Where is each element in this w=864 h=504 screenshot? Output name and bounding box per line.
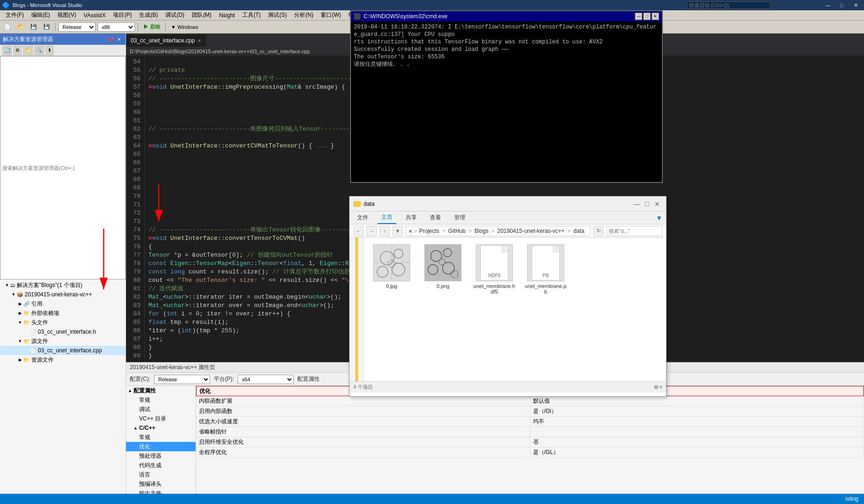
platform-select[interactable]: x64 x86 xyxy=(238,375,294,384)
menu-debug[interactable]: 调试(D) xyxy=(162,10,188,20)
tree-item-opt[interactable]: 优化 xyxy=(126,442,196,451)
config-combo[interactable]: Release Debug xyxy=(58,22,96,32)
solution-explorer-header: 解决方案资源管理器 📌 ✕ xyxy=(0,34,126,45)
tree-headers[interactable]: ▼ 📁 头文件 xyxy=(0,318,126,327)
title-bar: 🔷 Blogs - Microsoft Visual Studio — □ ✕ xyxy=(0,0,864,10)
prop-cell-inline-name: 内联函数扩展 xyxy=(196,396,530,406)
save-btn[interactable]: 💾 xyxy=(28,22,39,32)
panel-close-btn[interactable]: ✕ xyxy=(115,35,123,43)
res-label: 资源文件 xyxy=(31,356,54,364)
fe-recent-btn[interactable]: ▼ xyxy=(393,226,403,236)
cmd-close-btn[interactable]: ✕ xyxy=(652,13,659,20)
run-btn[interactable]: ▶ 启动 xyxy=(141,22,162,32)
fe-forward-btn[interactable]: → xyxy=(366,226,377,236)
menu-vassistx[interactable]: VAssistX xyxy=(80,11,109,20)
editor-tab-active[interactable]: 03_cc_unet_interface.cpp ✕ xyxy=(126,35,206,47)
menu-edit[interactable]: 编辑(E) xyxy=(28,10,54,20)
config-select[interactable]: Release Debug xyxy=(154,375,210,384)
header-buttons: 📌 ✕ xyxy=(107,35,123,43)
fe-max-btn[interactable]: □ xyxy=(642,199,652,209)
menu-test[interactable]: 测试(S) xyxy=(264,10,290,20)
platform-combo[interactable]: x86 x64 xyxy=(98,22,135,32)
cmd-window: ⬛ C:\WINDOWS\system32\cmd.exe — □ ✕ 2019… xyxy=(350,10,663,183)
cmd-max-btn[interactable]: □ xyxy=(643,13,651,20)
fe-tab-manage[interactable]: 管理 xyxy=(450,212,469,224)
tree-solution[interactable]: ▼ 🗂 解决方案"Blogs"(1 个项目) xyxy=(0,280,126,290)
prop-row-favor[interactable]: 优选大小或速度 均不 xyxy=(196,417,864,427)
tree-header-file[interactable]: 📄 03_cc_unet_interface.h xyxy=(0,327,126,336)
new-btn[interactable]: 📄 xyxy=(2,22,13,32)
tree-item-preproc[interactable]: 预处理器 xyxy=(126,451,196,461)
fe-up-btn[interactable]: ↑ xyxy=(379,226,390,236)
fe-close-btn[interactable]: ✕ xyxy=(652,199,662,209)
prop-row-fiber[interactable]: 启用纤维安全优化 否 xyxy=(196,437,864,448)
tree-resources[interactable]: ▶ 📁 资源文件 xyxy=(0,355,126,364)
fe-expand-btn[interactable]: ▼ xyxy=(656,214,662,222)
fe-name-0jpg: 0.jpg xyxy=(386,283,397,289)
fe-address-path[interactable]: « > Projects > GitHub > Blogs > 20190415… xyxy=(406,226,590,236)
fe-tab-file[interactable]: 文件 xyxy=(353,212,372,224)
fe-status-right: ⊞ ≡ xyxy=(654,384,662,390)
fe-tab-view[interactable]: 查看 xyxy=(426,212,445,224)
fe-title-text: data xyxy=(364,201,374,207)
fe-back-btn[interactable]: ← xyxy=(353,226,364,236)
tree-ext-dep[interactable]: ▶ 📁 外部依赖项 xyxy=(0,308,126,318)
menu-window[interactable]: 窗口(W) xyxy=(317,10,344,20)
prop-row-wpo[interactable]: 全程序优化 是（/GL） xyxy=(196,448,864,458)
tree-sources[interactable]: ▼ 📁 源文件 xyxy=(0,336,126,346)
tree-source-file[interactable]: 📄 03_cc_unet_interface.cpp xyxy=(0,346,126,355)
tree-project[interactable]: ▼ 📦 20190415-unet-keras-vc++ xyxy=(0,290,126,299)
tree-item-vcdir[interactable]: VC++ 目录 xyxy=(126,414,196,423)
preproc-label: 预处理器 xyxy=(139,452,162,460)
fe-thumb-0png xyxy=(424,244,462,281)
tree-ref[interactable]: ▶ 🔗 引用 xyxy=(0,299,126,308)
fe-tab-home[interactable]: 主页 xyxy=(378,211,396,224)
tree-item-codegen[interactable]: 代码生成 xyxy=(126,461,196,470)
menu-project[interactable]: 项目(P) xyxy=(109,10,135,20)
tree-item-pch[interactable]: 预编译头 xyxy=(126,479,196,489)
menu-nsight[interactable]: Nsight xyxy=(215,11,239,20)
expander-res: ▶ xyxy=(17,357,23,362)
tree-item-general[interactable]: 常规 xyxy=(126,395,196,405)
open-btn[interactable]: 📂 xyxy=(15,22,26,32)
maximize-button[interactable]: □ xyxy=(835,0,848,10)
menu-team[interactable]: 团队(M) xyxy=(188,10,215,20)
pin-btn[interactable]: 📌 xyxy=(107,35,114,43)
fe-tab-share[interactable]: 共享 xyxy=(402,212,421,224)
fe-search-input[interactable] xyxy=(606,226,662,236)
tree-item-debug[interactable]: 调试 xyxy=(126,405,196,414)
quick-launch-input[interactable] xyxy=(687,1,771,9)
filter-btn[interactable]: 🔍 xyxy=(34,45,44,56)
cmd-min-btn[interactable]: — xyxy=(635,13,642,20)
cmd-line-2: rts instructions that this TensorFlow bi… xyxy=(354,38,659,46)
menu-tools[interactable]: 工具(T) xyxy=(239,10,264,20)
fe-file-hdf5[interactable]: HDF5 unet_membrane.hdf5 xyxy=(471,242,518,296)
expander-ext: ▶ xyxy=(17,311,23,315)
menu-file[interactable]: 文件(F) xyxy=(2,10,28,20)
tree-item-cpp[interactable]: ▲C/C++ xyxy=(126,423,196,433)
tab-close[interactable]: ✕ xyxy=(197,38,201,43)
fe-file-0png[interactable]: 0.png xyxy=(420,242,466,296)
sync-btn[interactable]: 🔄 xyxy=(2,45,12,56)
prop-row-fp[interactable]: 省略帧指针 xyxy=(196,427,864,437)
tree-item-lang[interactable]: 语言 xyxy=(126,470,196,479)
fe-file-0jpg[interactable]: 0.jpg xyxy=(368,242,415,296)
tree-item-cpp-gen[interactable]: 常规 xyxy=(126,433,196,442)
prop-row-intrinsic[interactable]: 启用内部函数 是（/Oi） xyxy=(196,406,864,417)
fe-min-btn[interactable]: — xyxy=(632,199,642,209)
show-files-btn[interactable]: 📁 xyxy=(23,45,33,56)
close-button[interactable]: ✕ xyxy=(849,0,862,10)
fe-refresh-btn[interactable]: ↻ xyxy=(593,226,604,236)
tree-item-config[interactable]: ▲配置属性 xyxy=(126,386,196,395)
menu-analyze[interactable]: 分析(N) xyxy=(290,10,317,20)
windows-btn[interactable]: ▼ Windows xyxy=(169,22,201,32)
menu-view[interactable]: 视图(V) xyxy=(54,10,80,20)
save-all-btn[interactable]: 💾 xyxy=(41,22,52,32)
search-input[interactable] xyxy=(0,56,126,280)
prop-row-inline[interactable]: 内联函数扩展 默认值 xyxy=(196,396,864,406)
properties-btn[interactable]: ⚙ xyxy=(13,45,22,56)
menu-build[interactable]: 生成(B) xyxy=(135,10,162,20)
minimize-button[interactable]: — xyxy=(821,0,834,10)
fe-file-pb[interactable]: PB unet_membrane.pb xyxy=(522,242,569,296)
collapse-btn[interactable]: ⬆ xyxy=(45,45,54,56)
